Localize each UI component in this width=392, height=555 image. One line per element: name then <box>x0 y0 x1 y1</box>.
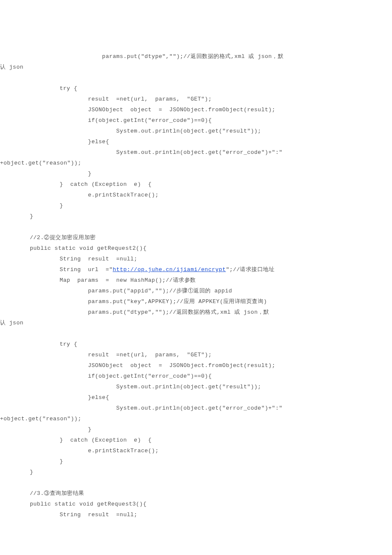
code-line: } <box>0 200 392 211</box>
code-line: System.out.println(object.get("error_cod… <box>0 403 392 413</box>
code-line: public static void getRequest3(){ <box>0 499 392 509</box>
code-line: params.put("dtype","");//返回数据的格式,xml 或 j… <box>0 307 392 318</box>
code-line <box>0 222 392 232</box>
url-link[interactable]: http://op.juhe.cn/ijiami/encrypt <box>113 266 226 273</box>
code-line: 认 json <box>0 318 392 328</box>
code-line: System.out.println(object.get("result"))… <box>0 382 392 392</box>
code-line: }else{ <box>0 136 392 147</box>
code-line: String result =null; <box>0 254 392 264</box>
code-line: if(object.getInt("error_code")==0){ <box>0 115 392 126</box>
code-text: String url =" <box>60 266 113 273</box>
code-line: JSONObject object = JSONObject.fromObjec… <box>0 104 392 115</box>
code-line: result =net(url, params, "GET"); <box>0 94 392 104</box>
code-line: String result =null; <box>0 509 392 520</box>
code-line: JSONObject object = JSONObject.fromObjec… <box>0 360 392 371</box>
code-document: params.put("dtype","");//返回数据的格式,xml 或 j… <box>0 51 392 520</box>
code-line <box>0 72 392 83</box>
code-line: +object.get("reason")); <box>0 413 392 424</box>
code-line: } <box>0 211 392 222</box>
code-line: params.put("key",APPKEY);//应用 APPKEY(应用详… <box>0 296 392 307</box>
code-line: }else{ <box>0 392 392 403</box>
code-line: if(object.getInt("error_code")==0){ <box>0 371 392 382</box>
code-line: params.put("appid","");//步骤①返回的 appid <box>0 286 392 296</box>
code-line: System.out.println(object.get("error_cod… <box>0 147 392 158</box>
code-line: +object.get("reason")); <box>0 158 392 168</box>
code-text: ";//请求接口地址 <box>226 266 274 273</box>
code-line: params.put("dtype","");//返回数据的格式,xml 或 j… <box>0 51 392 62</box>
code-line: } catch (Exception e) { <box>0 179 392 190</box>
code-line: String url ="http://op.juhe.cn/ijiami/en… <box>0 264 392 275</box>
code-line: } catch (Exception e) { <box>0 435 392 445</box>
code-line: } <box>0 456 392 467</box>
code-line <box>0 328 392 339</box>
code-line: System.out.println(object.get("result"))… <box>0 126 392 136</box>
code-line: 认 json <box>0 62 392 72</box>
code-line: public static void getRequest2(){ <box>0 243 392 254</box>
code-line: try { <box>0 83 392 94</box>
code-line: //3.③查询加密结果 <box>0 488 392 499</box>
code-line: //2.②提交加密应用加密 <box>0 232 392 243</box>
code-line <box>0 477 392 488</box>
code-line: e.printStackTrace(); <box>0 445 392 456</box>
code-line: try { <box>0 339 392 350</box>
code-line: } <box>0 168 392 179</box>
code-line: result =net(url, params, "GET"); <box>0 350 392 360</box>
code-line: } <box>0 424 392 435</box>
code-line: } <box>0 467 392 477</box>
code-line: Map params = new HashMap();//请求参数 <box>0 275 392 286</box>
code-line: e.printStackTrace(); <box>0 190 392 200</box>
